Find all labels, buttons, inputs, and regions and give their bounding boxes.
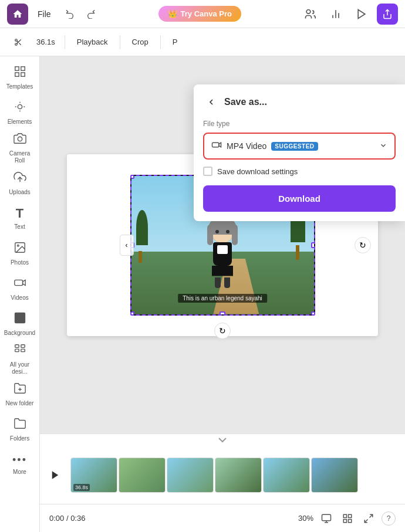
undo-button[interactable] <box>60 5 79 23</box>
folders-label: Folders <box>10 435 29 442</box>
videos-icon <box>14 276 26 292</box>
refresh-side-button[interactable]: ↻ <box>355 237 371 253</box>
playback-button[interactable]: Playback <box>70 34 115 50</box>
bottom-bar: 0:00 / 0:36 30% ? <box>40 504 405 532</box>
svg-point-15 <box>18 104 22 109</box>
duration-display: 36.1s <box>32 34 60 50</box>
all-designs-label: All your desi... <box>5 361 35 375</box>
timeline-thumb-2[interactable] <box>119 458 166 493</box>
play-present-button[interactable] <box>351 4 372 25</box>
prev-frame-button[interactable]: ‹ <box>120 235 134 256</box>
file-menu-button[interactable]: File <box>33 7 56 21</box>
timeline-play-button[interactable] <box>45 465 66 486</box>
sidebar-item-new-folder[interactable]: New folder <box>2 378 38 411</box>
uploads-icon <box>14 171 26 187</box>
svg-rect-35 <box>343 519 346 522</box>
share-button[interactable] <box>377 4 398 25</box>
timeline-thumb-5[interactable] <box>263 458 310 493</box>
redo-button[interactable] <box>82 5 100 23</box>
handle-top-left[interactable] <box>130 175 134 179</box>
sidebar-item-all-designs[interactable]: All your desi... <box>2 343 38 375</box>
templates-icon <box>14 65 26 81</box>
sidebar-item-camera[interactable]: Camera Roll <box>2 131 38 164</box>
sidebar-item-photos[interactable]: Photos <box>2 237 38 270</box>
timeline-track: 36.8s <box>70 454 400 496</box>
sidebar-item-folders[interactable]: Folders <box>2 413 38 446</box>
timeline-thumb-3[interactable] <box>167 458 214 493</box>
elements-icon <box>14 100 26 116</box>
crop-button[interactable]: Crop <box>125 34 156 50</box>
handle-bottom-middle[interactable] <box>220 311 225 316</box>
save-panel-title: Save as... <box>224 97 267 107</box>
top-bar: File 👑 Try Canva Pro <box>0 0 405 28</box>
top-bar-left: File <box>7 4 100 25</box>
top-bar-center: 👑 Try Canva Pro <box>105 6 295 22</box>
save-panel-back-button[interactable] <box>203 94 220 110</box>
handle-bottom-right[interactable] <box>311 311 315 316</box>
svg-rect-12 <box>21 66 24 70</box>
file-type-left: MP4 Video SUGGESTED <box>211 140 318 153</box>
timeline-thumb-6[interactable] <box>311 458 358 493</box>
sidebar-item-more[interactable]: ••• More <box>2 448 38 481</box>
undo-redo-group <box>60 5 100 23</box>
more-toolbar-button[interactable]: P <box>166 34 185 50</box>
background-icon <box>14 311 26 327</box>
svg-rect-14 <box>21 72 24 76</box>
svg-rect-34 <box>349 514 352 517</box>
svg-rect-22 <box>14 312 25 323</box>
time-display: 0:00 / 0:36 <box>49 514 85 523</box>
trim-button[interactable] <box>7 35 29 50</box>
suggested-badge: SUGGESTED <box>271 142 318 151</box>
svg-rect-20 <box>14 280 22 285</box>
sidebar-item-elements[interactable]: Elements <box>2 96 38 129</box>
svg-rect-36 <box>349 519 352 522</box>
sidebar-item-videos[interactable]: Videos <box>2 272 38 305</box>
new-folder-icon <box>14 382 26 398</box>
home-button[interactable] <box>7 4 28 25</box>
timeline-thumb-4[interactable] <box>215 458 262 493</box>
svg-rect-25 <box>15 349 18 352</box>
svg-point-6 <box>15 39 18 41</box>
svg-point-19 <box>17 245 19 246</box>
sidebar-item-background[interactable]: Background <box>2 307 38 340</box>
svg-point-0 <box>306 9 310 13</box>
file-type-label: File type <box>203 120 396 128</box>
file-type-selector[interactable]: MP4 Video SUGGESTED <box>203 133 396 160</box>
help-button[interactable]: ? <box>382 511 396 526</box>
sidebar-item-templates[interactable]: Templates <box>2 61 38 94</box>
download-button[interactable]: Download <box>203 185 396 212</box>
background-label: Background <box>4 330 35 337</box>
timeline-thumb-1[interactable]: 36.8s <box>70 458 117 493</box>
folders-icon <box>14 417 26 433</box>
svg-rect-23 <box>15 344 18 347</box>
save-panel-header: Save as... <box>203 94 396 110</box>
svg-rect-13 <box>15 72 18 76</box>
sidebar-item-text[interactable]: T Text <box>2 202 38 235</box>
rotate-button[interactable]: ↻ <box>214 323 231 339</box>
sidebar: Templates Elements Camera Roll Uploads T… <box>0 56 40 532</box>
timeline-collapse-button[interactable] <box>40 434 405 446</box>
main-layout: Templates Elements Camera Roll Uploads T… <box>0 56 405 532</box>
new-folder-label: New folder <box>6 400 34 407</box>
try-pro-button[interactable]: 👑 Try Canva Pro <box>158 6 241 22</box>
grid-view-button[interactable] <box>339 510 356 527</box>
fullscreen-button[interactable] <box>360 510 377 527</box>
sidebar-item-uploads[interactable]: Uploads <box>2 167 38 199</box>
people-icon-button[interactable] <box>299 4 320 25</box>
screen-toggle-button[interactable] <box>318 510 335 527</box>
analytics-icon-button[interactable] <box>325 4 346 25</box>
save-panel: Save as... File type MP4 Video SUGGESTED… <box>194 84 405 221</box>
svg-line-38 <box>365 519 367 522</box>
all-designs-icon <box>14 343 26 359</box>
svg-line-37 <box>370 514 373 517</box>
text-icon: T <box>16 206 23 221</box>
camera-label: Camera Roll <box>5 150 35 164</box>
svg-point-16 <box>18 137 22 141</box>
save-settings-checkbox[interactable] <box>203 167 212 176</box>
handle-bottom-left[interactable] <box>130 311 134 316</box>
handle-middle-right[interactable] <box>311 242 315 248</box>
toolbar-divider-3 <box>160 35 161 49</box>
svg-rect-39 <box>212 143 219 147</box>
zoom-display: 30% <box>298 514 313 523</box>
svg-marker-21 <box>22 280 25 285</box>
